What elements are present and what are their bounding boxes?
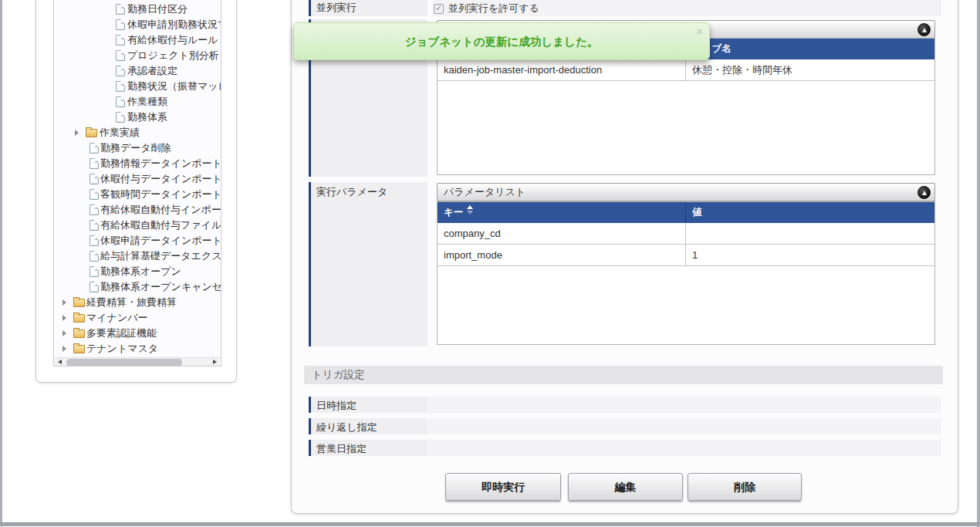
parallel-exec-checkbox-label: 並列実行を許可する [448,2,539,15]
tree-item-label: 多要素認証機能 [86,326,157,341]
param-key-cell: import_mode [438,245,686,265]
value-column-header: 値 [686,202,934,223]
parameter-table-header: キー 値 [438,202,934,223]
parameter-row[interactable]: import_mode 1 [438,245,934,266]
tree-item[interactable]: 休暇申請データインポート [54,233,221,248]
tree-item[interactable]: マイナンバー [54,310,221,326]
tree-item[interactable]: テナントマスタ [54,341,221,356]
tree-item[interactable]: 勤務情報データインポート [54,156,221,171]
parameter-table: キー 値 company_cd import_mode 1 [437,201,935,345]
parameter-row[interactable]: company_cd [438,223,934,245]
job-table-row[interactable]: kaiden-job-master-import-deduction 休憩・控除… [438,59,934,81]
scrollbar-thumb[interactable] [66,359,182,366]
expand-arrow-icon[interactable] [63,346,66,352]
tree-item[interactable]: 勤務日付区分 [54,2,221,17]
trigger-repeat-label: 繰り返し指定 [311,418,427,434]
tree-item[interactable]: 有給休暇自動付与インポート [54,202,221,218]
trigger-section-header: トリガ設定 [304,366,943,384]
execute-now-button[interactable]: 即時実行 [445,473,561,501]
tree-item[interactable]: 休暇申請別勤務状況マ [54,17,221,32]
tree-item-label: 勤務データ削除 [100,140,171,156]
tree-item-label: マイナンバー [86,310,148,326]
folder-icon [73,345,85,353]
close-icon[interactable]: × [696,26,702,36]
document-icon [116,96,125,107]
key-column-header[interactable]: キー [438,202,686,223]
tree-item[interactable]: 勤務体系オープンキャンセル [54,279,221,295]
tree-item-label: 休暇申請データインポート [100,233,221,248]
window-border-bottom [0,522,980,526]
expand-arrow-icon[interactable] [63,330,66,336]
tree-item-label: 勤務情報データインポート [100,156,221,171]
expand-arrow-icon[interactable] [75,130,79,136]
document-icon [90,266,99,277]
window-border-left [0,0,2,527]
tree-item[interactable]: 勤務状況（振替マッピ [54,79,221,94]
tree-item[interactable]: 経費精算・旅費精算 [54,295,221,310]
tree-item[interactable]: 有給休暇自動付与ファイル出 [54,218,221,233]
parameter-panel-header: パラメータリスト [437,183,935,201]
job-name-cell: 休憩・控除・時間年休 [686,59,934,80]
param-value-cell [686,223,934,244]
job-id-cell: kaiden-job-master-import-deduction [438,59,686,80]
trigger-businessday-value [427,440,941,456]
tree-item[interactable]: 勤務体系オープン [54,264,221,279]
tree-item-label: 休暇申請別勤務状況マ [127,17,221,32]
tree-item[interactable]: 客観時間データインポート [54,187,221,202]
document-icon [116,112,125,123]
parallel-exec-value: 並列実行を許可する [433,0,941,16]
param-value-cell: 1 [686,245,934,265]
document-icon [90,189,99,200]
key-column-label: キー [444,207,463,218]
tree-item-label: 経費精算・旅費精算 [86,295,177,310]
collapse-panel-icon[interactable] [917,23,931,36]
document-icon [116,50,125,61]
document-icon [90,251,99,262]
tree-item[interactable]: プロジェクト別分析 [54,48,221,63]
tree-item[interactable]: 多要素認証機能 [54,326,221,341]
tree-item-label: 勤務体系オープンキャンセル [100,279,221,295]
document-icon [90,220,99,231]
edit-button[interactable]: 編集 [568,473,683,501]
document-icon [90,158,99,169]
tree-item-label: テナントマスタ [86,341,158,356]
parameter-panel-title: パラメータリスト [444,186,525,198]
tree-item[interactable]: 休暇付与データインポート [54,171,221,187]
expand-arrow-icon[interactable] [63,299,66,306]
jobnet-detail-card: 並列実行 並列実行を許可する 実行ジョブ ジョブID ジョブ名 kaiden-j… [291,0,958,514]
document-icon [116,66,125,76]
tree-item[interactable]: 勤務体系 [54,110,221,125]
tree-item-label: 有給休暇自動付与インポート [100,202,221,218]
tree-item-label: 給与計算基礎データエクスポ [100,248,221,264]
tree-item-label: 勤務体系 [127,110,167,125]
folder-icon [73,299,85,307]
tree-item-label: 客観時間データインポート [100,187,221,202]
tree-item-label: 勤務日付区分 [127,2,188,17]
tree-item-label: 有給休暇付与ルール [127,32,218,48]
success-toast: ジョブネットの更新に成功しました。 × [293,22,710,60]
delete-button[interactable]: 削除 [688,473,802,501]
window-border-right [977,0,980,527]
expand-arrow-icon[interactable] [63,315,66,321]
scroll-left-icon[interactable] [55,358,65,367]
trigger-datetime-label: 日時指定 [311,397,427,413]
tree-item[interactable]: 給与計算基礎データエクスポ [54,248,221,264]
param-row-label: 実行パラメータ [311,182,427,346]
tree-item[interactable]: 作業種類 [54,94,221,110]
horizontal-scrollbar[interactable] [55,357,220,366]
parallel-exec-checkbox[interactable] [434,4,444,14]
collapse-panel-icon[interactable] [917,186,931,199]
tree-item[interactable]: 有給休暇付与ルール [54,32,221,48]
tree-item[interactable]: 承認者設定 [54,63,221,79]
trigger-repeat-value [427,418,941,434]
tree-item-label: プロジェクト別分析 [127,48,219,63]
folder-icon [86,129,97,137]
sort-icon[interactable] [467,205,473,215]
tree-item[interactable]: 作業実績 [54,125,221,140]
trigger-businessday-label: 営業日指定 [311,440,427,456]
scroll-right-icon[interactable] [210,358,220,367]
toast-message: ジョブネットの更新に成功しました。 [294,35,709,49]
tree-item[interactable]: 勤務データ削除 [54,140,221,156]
tree-item-label: 作業実績 [100,125,140,140]
document-icon [90,174,99,184]
